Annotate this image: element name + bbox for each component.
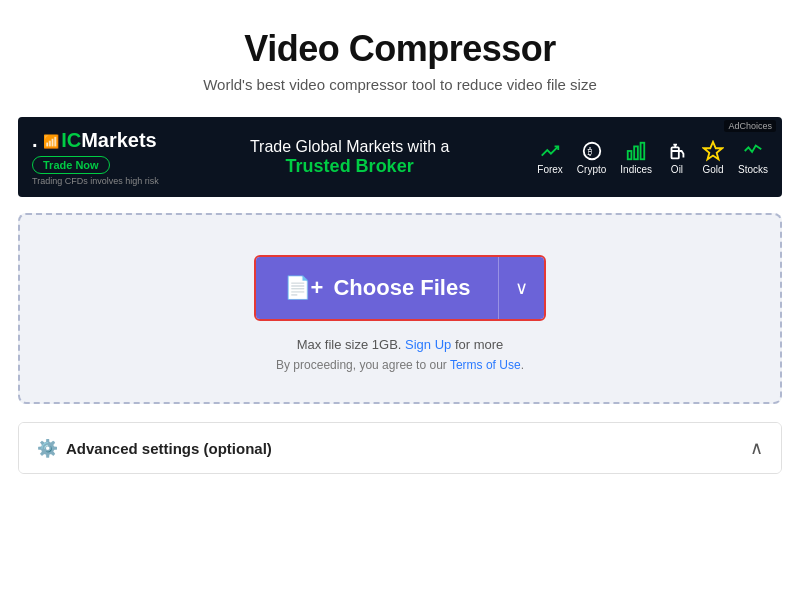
svg-rect-5 <box>671 147 678 158</box>
ad-headline-bold: Trusted Broker <box>172 156 527 177</box>
ad-trade-button[interactable]: Trade Now <box>32 156 110 174</box>
chevron-up-icon: ∧ <box>750 437 763 459</box>
terms-note: By proceeding, you agree to our Terms of… <box>276 358 524 372</box>
ad-risk-text: Trading CFDs involves high risk <box>32 176 159 186</box>
page-subtitle: World's best video compressor tool to re… <box>20 76 780 93</box>
ad-icon-indices: Indices <box>620 140 652 175</box>
ad-banner: AdChoices . 📶ICMarkets Trade Now Trading… <box>18 117 782 197</box>
signup-link[interactable]: Sign Up <box>405 337 451 352</box>
dropdown-chevron-icon: ∨ <box>515 277 528 299</box>
ad-icons: Forex ₿ Crypto Indices Oil Gold Stocks <box>537 140 768 175</box>
svg-rect-4 <box>641 142 645 159</box>
ad-middle: Trade Global Markets with a Trusted Brok… <box>162 138 537 177</box>
choose-files-button[interactable]: 📄+ Choose Files <box>256 257 499 319</box>
ad-brand-ic: IC <box>61 129 81 151</box>
file-size-note: Max file size 1GB. Sign Up for more <box>297 337 504 352</box>
ad-brand-markets: Markets <box>81 129 157 151</box>
ad-icon-stocks: Stocks <box>738 140 768 175</box>
ad-logo: . 📶ICMarkets Trade Now Trading CFDs invo… <box>32 129 162 186</box>
ad-headline-line1: Trade Global Markets with a <box>172 138 527 156</box>
terms-link[interactable]: Terms of Use <box>450 358 521 372</box>
svg-marker-6 <box>704 141 722 158</box>
svg-rect-3 <box>634 146 638 159</box>
adchoices-label: AdChoices <box>724 120 776 132</box>
ad-icon-forex: Forex <box>537 140 563 175</box>
choose-files-label: Choose Files <box>333 275 470 301</box>
ad-brand: . 📶ICMarkets <box>32 129 157 152</box>
page-title: Video Compressor <box>20 28 780 70</box>
ad-icon-gold: Gold <box>702 140 724 175</box>
choose-files-dropdown[interactable]: ∨ <box>498 257 544 319</box>
file-plus-icon: 📄+ <box>284 275 324 301</box>
svg-text:₿: ₿ <box>587 146 592 156</box>
advanced-header-left: ⚙️ Advanced settings (optional) <box>37 438 272 459</box>
ad-icon-oil: Oil <box>666 140 688 175</box>
choose-files-row: 📄+ Choose Files ∨ <box>254 255 547 321</box>
page-header: Video Compressor World's best video comp… <box>0 0 800 103</box>
advanced-settings-section: ⚙️ Advanced settings (optional) ∧ <box>18 422 782 474</box>
advanced-settings-header[interactable]: ⚙️ Advanced settings (optional) ∧ <box>19 423 781 473</box>
file-size-text: Max file size 1GB. <box>297 337 402 352</box>
ad-icon-crypto: ₿ Crypto <box>577 140 606 175</box>
svg-rect-2 <box>628 151 632 159</box>
gear-icon: ⚙️ <box>37 438 58 459</box>
advanced-settings-label: Advanced settings (optional) <box>66 440 272 457</box>
dropzone: 📄+ Choose Files ∨ Max file size 1GB. Sig… <box>18 213 782 404</box>
